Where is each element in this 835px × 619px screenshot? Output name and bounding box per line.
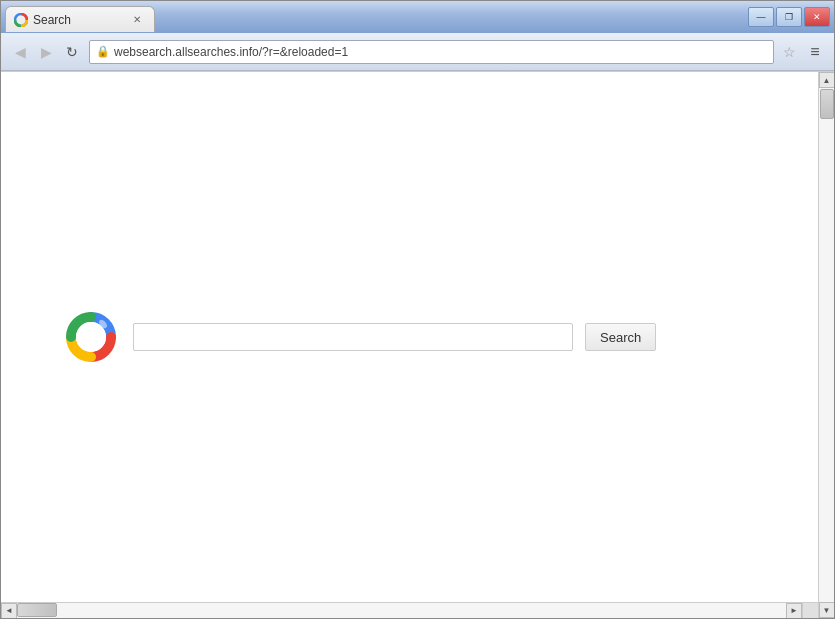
h-scroll-thumb[interactable] — [17, 603, 57, 617]
title-bar-left: Search ✕ — [5, 2, 748, 32]
back-button[interactable]: ◀ — [7, 39, 33, 65]
title-bar: Search ✕ — ❐ ✕ — [1, 1, 834, 33]
bookmark-button[interactable]: ☆ — [778, 41, 800, 63]
page-with-scroll: Search ◄ ► ▲ ▼ — [1, 72, 834, 618]
minimize-button[interactable]: — — [748, 7, 774, 27]
forward-button[interactable]: ▶ — [33, 39, 59, 65]
search-button[interactable]: Search — [585, 323, 656, 351]
scroll-left-button[interactable]: ◄ — [1, 603, 17, 619]
search-input[interactable] — [133, 323, 573, 351]
menu-button[interactable]: ≡ — [802, 39, 828, 65]
maximize-button[interactable]: ❐ — [776, 7, 802, 27]
tab-title: Search — [33, 13, 126, 27]
vertical-scrollbar[interactable]: ▲ ▼ — [818, 72, 834, 618]
v-scroll-thumb[interactable] — [820, 89, 834, 119]
refresh-button[interactable]: ↻ — [59, 39, 85, 65]
search-area: Search — [61, 307, 656, 367]
site-logo-icon — [61, 307, 121, 367]
scrollbar-corner — [802, 603, 818, 618]
close-button[interactable]: ✕ — [804, 7, 830, 27]
horizontal-scrollbar[interactable]: ◄ ► — [1, 603, 802, 618]
v-scroll-track — [819, 88, 834, 602]
scroll-right-button[interactable]: ► — [786, 603, 802, 619]
page-content: Search — [1, 72, 818, 602]
tab-favicon-icon — [14, 13, 28, 27]
scroll-up-button[interactable]: ▲ — [819, 72, 835, 88]
tab-close-button[interactable]: ✕ — [130, 13, 144, 27]
address-text: websearch.allsearches.info/?r=&reloaded=… — [114, 45, 767, 59]
browser-tab[interactable]: Search ✕ — [5, 6, 155, 32]
scroll-down-button[interactable]: ▼ — [819, 602, 835, 618]
navigation-bar: ◀ ▶ ↻ 🔒 websearch.allsearches.info/?r=&r… — [1, 33, 834, 71]
address-bar[interactable]: 🔒 websearch.allsearches.info/?r=&reloade… — [89, 40, 774, 64]
browser-window: Search ✕ — ❐ ✕ ◀ ▶ ↻ 🔒 websearch.allsear… — [0, 0, 835, 619]
h-scroll-track — [17, 603, 786, 618]
window-controls: — ❐ ✕ — [748, 7, 830, 27]
page-scroll-content: Search ◄ ► — [1, 72, 818, 618]
bottom-scrollbar: ◄ ► — [1, 602, 818, 618]
address-icon: 🔒 — [96, 45, 110, 58]
